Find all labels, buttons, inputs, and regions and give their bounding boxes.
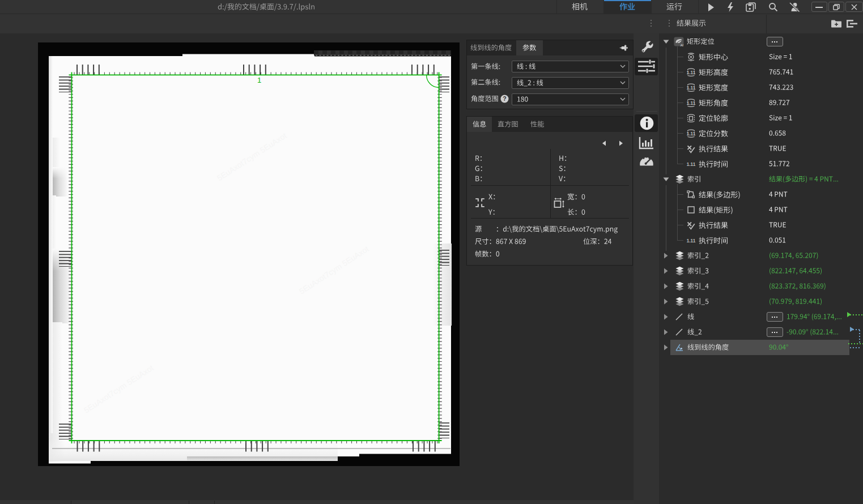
svg-text:1.11: 1.11	[687, 162, 696, 167]
svg-text:1.11: 1.11	[687, 131, 696, 136]
svg-text:AI: AI	[681, 44, 684, 47]
svg-text:1.11: 1.11	[687, 86, 696, 91]
svg-text:?: ?	[503, 95, 506, 102]
svg-text:1.11: 1.11	[687, 70, 696, 75]
svg-text:1.11: 1.11	[687, 238, 696, 244]
svg-text:1.11: 1.11	[687, 101, 696, 106]
svg-text:1: 1	[257, 76, 261, 84]
